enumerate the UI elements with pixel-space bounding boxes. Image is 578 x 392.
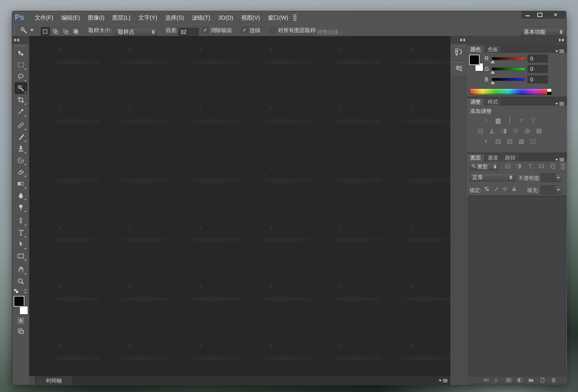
layer-filter-toggle[interactable] [560,163,565,171]
magic-wand-tool[interactable] [15,82,27,94]
intersect-selection-button[interactable] [71,27,81,36]
menu-item-图像[interactable]: 图像(I) [85,11,108,24]
tolerance-input[interactable]: 32 [178,28,199,36]
adj-threshold-icon[interactable]: ▨ [506,137,514,145]
menu-item-3D[interactable]: 3D(D) [215,11,237,24]
adj-posterize-icon[interactable]: ▧ [494,137,502,145]
minimize-button[interactable] [522,11,534,19]
eraser-tool[interactable] [15,166,27,178]
sample-size-dropdown[interactable]: 取样点 [115,28,157,36]
menu-item-文字[interactable]: 文字(Y) [135,11,161,24]
menu-item-文件[interactable]: 文件(F) [32,11,56,24]
options-bar-grip[interactable] [13,26,15,35]
adj-black-white-icon[interactable]: ◨ [500,127,508,134]
eyedropper-tool[interactable] [15,106,27,117]
close-button[interactable]: ✕ [546,11,565,19]
smart-object-filter-icon[interactable] [550,163,556,170]
b-value-field[interactable]: 0 [528,75,548,83]
history-panel-button[interactable] [450,44,467,60]
adj-gradient-map-icon[interactable]: ▩ [517,137,526,145]
new-layer-button[interactable] [539,377,545,383]
checkbox-连续[interactable]: ✓ [242,27,247,33]
type-tool[interactable] [15,227,27,238]
adj-curves-icon[interactable]: ∫ [506,116,514,124]
b-slider-thumb[interactable] [490,81,495,84]
link-layers-button[interactable] [483,377,489,383]
layers-panel-menu-icon[interactable] [555,158,567,161]
hand-tool[interactable] [15,264,27,275]
dock-expand-strip[interactable] [450,36,467,44]
gradient-tool[interactable] [15,178,27,190]
zoom-tool[interactable] [15,275,27,287]
fill-dropdown[interactable] [540,186,562,194]
timeline-tab[interactable]: 时间轴 [36,376,73,385]
b-slider-track[interactable] [492,78,525,81]
pixel-layer-filter-icon[interactable] [505,163,511,170]
lock-all-icon[interactable] [511,186,517,193]
maximize-button[interactable] [534,11,545,19]
menu-item-编辑[interactable]: 编辑(E) [58,11,83,24]
lock-position-icon[interactable] [502,186,508,193]
add-layer-mask-button[interactable] [505,377,512,383]
move-tool[interactable] [15,47,27,59]
g-value-field[interactable]: 0 [528,65,548,73]
checkbox-对所有图层取样[interactable]: ✓ [270,27,276,33]
tab-色板[interactable]: 色板 [484,46,502,53]
adj-invert-icon[interactable]: ◐ [482,137,491,145]
r-slider-track[interactable] [492,57,525,60]
adj-color-lookup-icon[interactable]: ▦ [535,127,543,134]
adj-brightness-contrast-icon[interactable]: ☼ [482,116,491,124]
layer-filter-type[interactable]: 类型 [470,163,498,171]
black-swatch[interactable] [547,92,551,95]
refine-edge-button[interactable]: 调整边缘... [313,28,347,36]
screen-mode-button[interactable] [15,326,27,336]
adj-color-balance-icon[interactable]: ◭ [488,127,496,134]
lock-image-pixels-icon[interactable] [493,186,499,193]
r-value-field[interactable]: 0 [528,55,548,62]
document-canvas[interactable] [29,36,450,376]
type-layer-filter-icon[interactable] [527,163,533,170]
color-spectrum-ramp[interactable] [470,89,552,95]
toolbox-grip[interactable] [15,45,27,47]
foreground-color-swatch[interactable] [13,296,24,307]
new-adjustment-layer-button[interactable] [517,377,523,383]
adjustment-layer-filter-icon[interactable] [516,163,522,170]
g-slider-track[interactable] [492,68,525,70]
pen-tool[interactable] [15,215,27,227]
timeline-menu-icon[interactable] [439,376,450,385]
g-slider-thumb[interactable] [490,70,495,74]
menu-item-视图[interactable]: 视图(V) [238,11,263,24]
menu-item-图层[interactable]: 图层(L) [109,11,134,24]
adj-vibrance-icon[interactable]: ▽ [529,116,537,124]
swap-colors-icon[interactable] [23,288,28,295]
dock-collapse-strip[interactable] [467,36,567,44]
history-brush-tool[interactable] [15,154,27,166]
r-slider-thumb[interactable] [490,60,495,63]
lock-transparent-pixels-icon[interactable] [484,186,490,193]
adj-selective-color-icon[interactable]: ◫ [529,137,537,145]
adj-photo-filter-icon[interactable]: ⊙ [512,127,520,134]
spot-healing-brush-tool[interactable] [15,119,27,131]
menu-item-选择[interactable]: 选择(S) [162,11,187,24]
checkbox-消除锯齿[interactable]: ✓ [202,27,208,33]
adj-hue-saturation-icon[interactable]: ▤ [477,127,485,134]
path-selection-tool[interactable] [15,238,27,250]
toolbox-collapse-strip[interactable] [12,36,29,44]
new-selection-button[interactable] [41,27,50,36]
color-panel-menu-icon[interactable] [555,50,567,53]
new-group-button[interactable] [528,377,534,383]
lasso-tool[interactable] [15,71,27,82]
tab-样式[interactable]: 样式 [484,98,502,105]
shape-layer-filter-icon[interactable] [538,163,545,170]
delete-layer-button[interactable] [550,377,557,383]
clone-stamp-tool[interactable] [15,143,27,154]
rectangle-tool[interactable] [15,250,27,262]
brush-tool[interactable] [15,131,27,143]
menu-item-滤镜[interactable]: 滤镜(T) [189,11,214,24]
tab-通道[interactable]: 通道 [484,154,502,161]
workspace-switcher[interactable]: 基本功能 [521,28,565,36]
tab-图层[interactable]: 图层 [467,154,484,161]
menu-item-窗口[interactable]: 窗口(W) [264,11,291,24]
adj-channel-mixer-icon[interactable]: ◍ [523,127,531,134]
layer-list-empty[interactable] [468,196,566,378]
